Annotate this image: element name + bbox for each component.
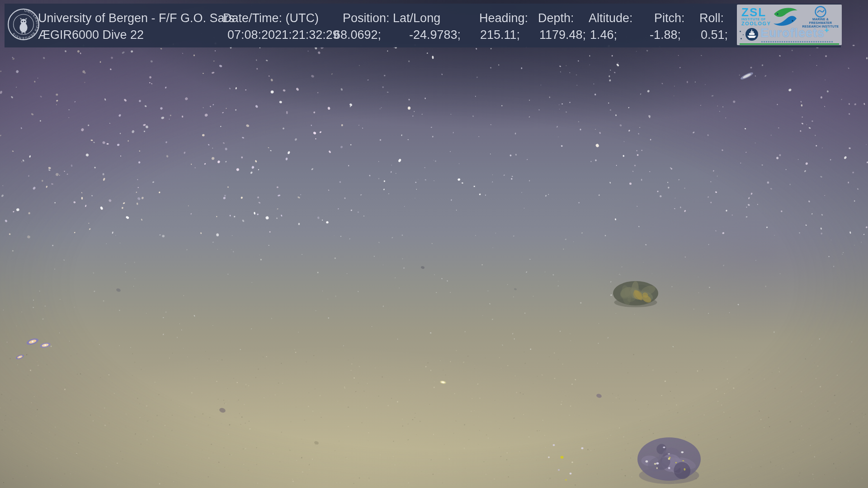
datetime-value: 07:08:2021:21:32:29	[227, 28, 340, 42]
zsl-subtitle-2: ZOOLOGY	[741, 21, 771, 26]
longitude-value: -24.9783;	[409, 28, 461, 42]
eurofleets-plus: +	[825, 26, 829, 34]
eurofleets-ship-icon	[745, 27, 759, 42]
pitch-value: -1.88;	[650, 28, 681, 42]
mfri-text-line1: MARINE & FRESHWATER	[801, 18, 840, 25]
latitude-value: 68.0692;	[334, 28, 381, 42]
partner-logos-panel: ZSL INSTITUTE OF ZOOLOGY MARINE & FRESHW…	[737, 5, 842, 45]
pitch-label: Pitch:	[654, 11, 685, 25]
rov-video-frame: UNIVERSITAS BERGENSIS University of Berg…	[0, 0, 868, 488]
vignette-overlay	[0, 0, 868, 488]
vessel-title: University of Bergen - F/F G.O. Sars	[38, 11, 235, 25]
eurofleets-tagline-line	[761, 41, 834, 42]
datetime-label: Date/Time: (UTC)	[223, 11, 319, 25]
eurofleets-text: Eurofleets	[760, 26, 825, 40]
heading-label: Heading:	[479, 11, 528, 25]
eurofleets-green-underline	[740, 43, 839, 45]
altitude-label: Altitude:	[589, 11, 633, 25]
mfri-logo: MARINE & FRESHWATER RESEARCH INSTITUTE	[801, 6, 840, 28]
position-label: Position: Lat/Long	[343, 11, 440, 25]
telemetry-bar: UNIVERSITAS BERGENSIS University of Berg…	[5, 4, 841, 47]
depth-label: Depth:	[538, 11, 574, 25]
owl-icon	[19, 18, 27, 34]
roll-label: Roll:	[699, 11, 724, 25]
depth-value: 1179.48;	[539, 28, 586, 42]
altitude-value: 1.46;	[590, 28, 617, 42]
roll-value: 0.51;	[701, 28, 728, 42]
dive-title: ÆGIR6000 Dive 22	[38, 28, 144, 42]
zsl-institute-of-zoology-logo: ZSL INSTITUTE OF ZOOLOGY	[741, 7, 771, 26]
zsl-wordmark: ZSL	[741, 7, 771, 18]
university-of-bergen-seal-icon: UNIVERSITAS BERGENSIS	[7, 8, 40, 41]
mfri-wave-circle-icon	[815, 6, 826, 18]
heading-value: 215.11;	[480, 28, 520, 42]
mfri-fish-icon	[771, 6, 799, 28]
eurofleets-wordmark: Eurofleets+	[760, 26, 829, 40]
